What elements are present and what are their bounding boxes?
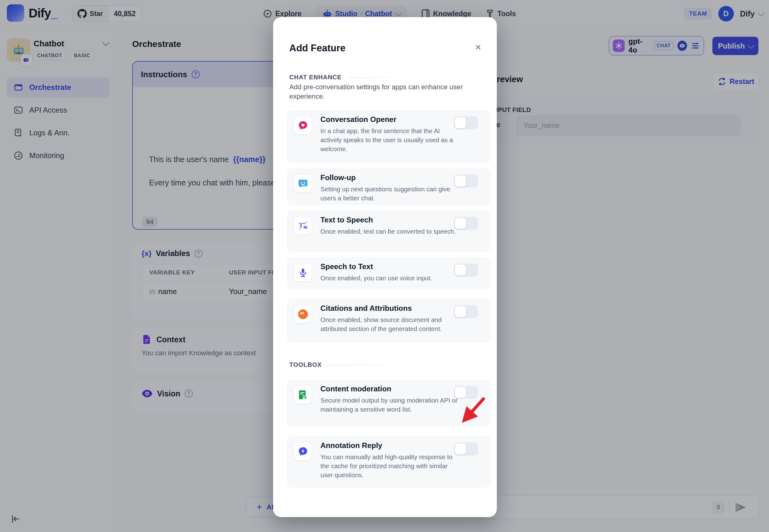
text-to-speech-icon: T <box>294 217 312 235</box>
feature-card-annotation-reply: Annotation Reply You can manually add hi… <box>287 436 491 488</box>
text-to-speech-toggle[interactable] <box>454 217 478 230</box>
speech-to-text-toggle[interactable] <box>454 264 478 277</box>
section-toolbox: TOOLBOX <box>289 361 482 368</box>
follow-up-toggle[interactable] <box>454 175 478 188</box>
close-icon[interactable]: × <box>471 40 486 54</box>
annotation-reply-toggle[interactable] <box>454 442 478 455</box>
dify-app: Dify_ Star 40,852 Explore Studio / Cha <box>0 0 769 532</box>
svg-text:T: T <box>299 221 303 229</box>
feature-card-conversation-opener: Conversation Opener In a chat app, the f… <box>287 110 491 163</box>
citations-toggle[interactable] <box>454 305 478 318</box>
citations-icon: “ <box>294 305 312 323</box>
red-annotation-arrow <box>457 393 491 425</box>
follow-up-icon <box>294 175 312 192</box>
feature-card-speech-to-text: Speech to Text Once enabled, you can use… <box>287 257 491 289</box>
chat-enhance-description: Add pre-conversation settings for apps c… <box>289 82 470 101</box>
feature-card-citations: “ Citations and Attributions Once enable… <box>287 299 491 343</box>
annotation-reply-icon <box>294 442 312 460</box>
svg-text:“: “ <box>300 310 304 320</box>
conversation-opener-icon <box>294 116 312 134</box>
feature-card-follow-up: Follow-up Setting up next questions sugg… <box>287 168 491 205</box>
modal-title: Add Feature <box>289 43 346 54</box>
conversation-opener-toggle[interactable] <box>454 116 478 129</box>
feature-card-text-to-speech: T Text to Speech Once enabled, text can … <box>287 211 491 252</box>
content-moderation-icon <box>294 386 312 404</box>
add-feature-modal: Add Feature × CHAT ENHANCE Add pre-conve… <box>273 17 497 517</box>
section-chat-enhance: CHAT ENHANCE <box>289 74 422 81</box>
speech-to-text-icon <box>294 264 312 281</box>
